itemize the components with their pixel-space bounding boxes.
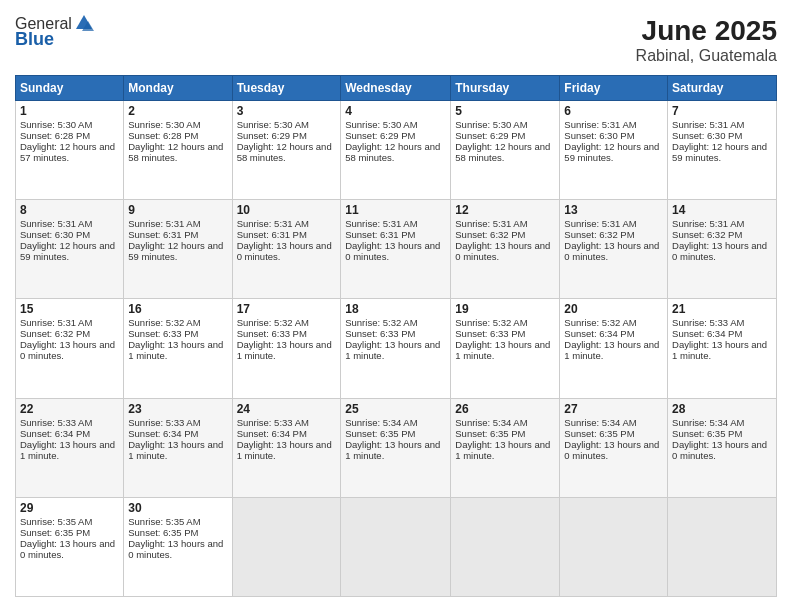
cell-info: Sunrise: 5:32 AMSunset: 6:33 PMDaylight:… xyxy=(237,317,332,361)
day-number: 14 xyxy=(672,203,772,217)
calendar-cell: 5Sunrise: 5:30 AMSunset: 6:29 PMDaylight… xyxy=(451,101,560,200)
calendar-cell: 24Sunrise: 5:33 AMSunset: 6:34 PMDayligh… xyxy=(232,398,341,497)
header-monday: Monday xyxy=(124,76,232,101)
day-number: 16 xyxy=(128,302,227,316)
calendar-cell xyxy=(668,497,777,596)
day-number: 7 xyxy=(672,104,772,118)
cell-info: Sunrise: 5:31 AMSunset: 6:32 PMDaylight:… xyxy=(20,317,115,361)
header-wednesday: Wednesday xyxy=(341,76,451,101)
calendar-cell: 22Sunrise: 5:33 AMSunset: 6:34 PMDayligh… xyxy=(16,398,124,497)
cell-info: Sunrise: 5:32 AMSunset: 6:33 PMDaylight:… xyxy=(345,317,440,361)
day-number: 27 xyxy=(564,402,663,416)
week-row-4: 22Sunrise: 5:33 AMSunset: 6:34 PMDayligh… xyxy=(16,398,777,497)
calendar-cell: 1Sunrise: 5:30 AMSunset: 6:28 PMDaylight… xyxy=(16,101,124,200)
header-saturday: Saturday xyxy=(668,76,777,101)
header-thursday: Thursday xyxy=(451,76,560,101)
cell-info: Sunrise: 5:31 AMSunset: 6:31 PMDaylight:… xyxy=(345,218,440,262)
logo-icon xyxy=(74,13,94,33)
cell-info: Sunrise: 5:32 AMSunset: 6:33 PMDaylight:… xyxy=(455,317,550,361)
day-number: 13 xyxy=(564,203,663,217)
calendar-cell xyxy=(560,497,668,596)
cell-info: Sunrise: 5:31 AMSunset: 6:31 PMDaylight:… xyxy=(237,218,332,262)
calendar-cell: 28Sunrise: 5:34 AMSunset: 6:35 PMDayligh… xyxy=(668,398,777,497)
day-number: 24 xyxy=(237,402,337,416)
cell-info: Sunrise: 5:32 AMSunset: 6:33 PMDaylight:… xyxy=(128,317,223,361)
cell-info: Sunrise: 5:31 AMSunset: 6:30 PMDaylight:… xyxy=(672,119,767,163)
cell-info: Sunrise: 5:33 AMSunset: 6:34 PMDaylight:… xyxy=(128,417,223,461)
page: General Blue June 2025 Rabinal, Guatemal… xyxy=(0,0,792,612)
day-number: 19 xyxy=(455,302,555,316)
calendar-cell: 27Sunrise: 5:34 AMSunset: 6:35 PMDayligh… xyxy=(560,398,668,497)
day-number: 8 xyxy=(20,203,119,217)
week-row-1: 1Sunrise: 5:30 AMSunset: 6:28 PMDaylight… xyxy=(16,101,777,200)
calendar-subtitle: Rabinal, Guatemala xyxy=(636,47,777,65)
day-number: 29 xyxy=(20,501,119,515)
calendar-cell: 19Sunrise: 5:32 AMSunset: 6:33 PMDayligh… xyxy=(451,299,560,398)
cell-info: Sunrise: 5:30 AMSunset: 6:29 PMDaylight:… xyxy=(345,119,440,163)
calendar-cell: 3Sunrise: 5:30 AMSunset: 6:29 PMDaylight… xyxy=(232,101,341,200)
calendar-cell: 29Sunrise: 5:35 AMSunset: 6:35 PMDayligh… xyxy=(16,497,124,596)
day-number: 18 xyxy=(345,302,446,316)
calendar-header-row: Sunday Monday Tuesday Wednesday Thursday… xyxy=(16,76,777,101)
week-row-3: 15Sunrise: 5:31 AMSunset: 6:32 PMDayligh… xyxy=(16,299,777,398)
calendar-cell: 4Sunrise: 5:30 AMSunset: 6:29 PMDaylight… xyxy=(341,101,451,200)
day-number: 22 xyxy=(20,402,119,416)
calendar-title: June 2025 xyxy=(636,15,777,47)
calendar-cell: 2Sunrise: 5:30 AMSunset: 6:28 PMDaylight… xyxy=(124,101,232,200)
cell-info: Sunrise: 5:33 AMSunset: 6:34 PMDaylight:… xyxy=(237,417,332,461)
calendar-cell: 10Sunrise: 5:31 AMSunset: 6:31 PMDayligh… xyxy=(232,200,341,299)
cell-info: Sunrise: 5:30 AMSunset: 6:29 PMDaylight:… xyxy=(237,119,332,163)
calendar-cell: 15Sunrise: 5:31 AMSunset: 6:32 PMDayligh… xyxy=(16,299,124,398)
header: General Blue June 2025 Rabinal, Guatemal… xyxy=(15,15,777,65)
day-number: 28 xyxy=(672,402,772,416)
day-number: 5 xyxy=(455,104,555,118)
cell-info: Sunrise: 5:34 AMSunset: 6:35 PMDaylight:… xyxy=(345,417,440,461)
calendar-cell: 7Sunrise: 5:31 AMSunset: 6:30 PMDaylight… xyxy=(668,101,777,200)
calendar-cell: 14Sunrise: 5:31 AMSunset: 6:32 PMDayligh… xyxy=(668,200,777,299)
day-number: 2 xyxy=(128,104,227,118)
logo: General Blue xyxy=(15,15,94,50)
week-row-2: 8Sunrise: 5:31 AMSunset: 6:30 PMDaylight… xyxy=(16,200,777,299)
calendar-cell: 20Sunrise: 5:32 AMSunset: 6:34 PMDayligh… xyxy=(560,299,668,398)
week-row-5: 29Sunrise: 5:35 AMSunset: 6:35 PMDayligh… xyxy=(16,497,777,596)
calendar-cell: 26Sunrise: 5:34 AMSunset: 6:35 PMDayligh… xyxy=(451,398,560,497)
day-number: 17 xyxy=(237,302,337,316)
day-number: 15 xyxy=(20,302,119,316)
title-block: June 2025 Rabinal, Guatemala xyxy=(636,15,777,65)
cell-info: Sunrise: 5:35 AMSunset: 6:35 PMDaylight:… xyxy=(128,516,223,560)
calendar-cell: 16Sunrise: 5:32 AMSunset: 6:33 PMDayligh… xyxy=(124,299,232,398)
calendar-cell xyxy=(451,497,560,596)
calendar-cell: 25Sunrise: 5:34 AMSunset: 6:35 PMDayligh… xyxy=(341,398,451,497)
day-number: 11 xyxy=(345,203,446,217)
day-number: 30 xyxy=(128,501,227,515)
cell-info: Sunrise: 5:30 AMSunset: 6:28 PMDaylight:… xyxy=(128,119,223,163)
cell-info: Sunrise: 5:34 AMSunset: 6:35 PMDaylight:… xyxy=(672,417,767,461)
cell-info: Sunrise: 5:31 AMSunset: 6:32 PMDaylight:… xyxy=(564,218,659,262)
day-number: 23 xyxy=(128,402,227,416)
day-number: 1 xyxy=(20,104,119,118)
cell-info: Sunrise: 5:34 AMSunset: 6:35 PMDaylight:… xyxy=(564,417,659,461)
day-number: 25 xyxy=(345,402,446,416)
day-number: 12 xyxy=(455,203,555,217)
calendar-cell: 13Sunrise: 5:31 AMSunset: 6:32 PMDayligh… xyxy=(560,200,668,299)
calendar-cell xyxy=(232,497,341,596)
calendar-cell: 12Sunrise: 5:31 AMSunset: 6:32 PMDayligh… xyxy=(451,200,560,299)
day-number: 3 xyxy=(237,104,337,118)
calendar-cell: 30Sunrise: 5:35 AMSunset: 6:35 PMDayligh… xyxy=(124,497,232,596)
day-number: 20 xyxy=(564,302,663,316)
calendar-cell: 18Sunrise: 5:32 AMSunset: 6:33 PMDayligh… xyxy=(341,299,451,398)
cell-info: Sunrise: 5:34 AMSunset: 6:35 PMDaylight:… xyxy=(455,417,550,461)
day-number: 26 xyxy=(455,402,555,416)
calendar-table: Sunday Monday Tuesday Wednesday Thursday… xyxy=(15,75,777,597)
calendar-cell: 17Sunrise: 5:32 AMSunset: 6:33 PMDayligh… xyxy=(232,299,341,398)
day-number: 21 xyxy=(672,302,772,316)
calendar-cell: 23Sunrise: 5:33 AMSunset: 6:34 PMDayligh… xyxy=(124,398,232,497)
day-number: 9 xyxy=(128,203,227,217)
cell-info: Sunrise: 5:33 AMSunset: 6:34 PMDaylight:… xyxy=(20,417,115,461)
cell-info: Sunrise: 5:31 AMSunset: 6:30 PMDaylight:… xyxy=(20,218,115,262)
cell-info: Sunrise: 5:31 AMSunset: 6:32 PMDaylight:… xyxy=(455,218,550,262)
cell-info: Sunrise: 5:31 AMSunset: 6:31 PMDaylight:… xyxy=(128,218,223,262)
calendar-cell: 8Sunrise: 5:31 AMSunset: 6:30 PMDaylight… xyxy=(16,200,124,299)
cell-info: Sunrise: 5:35 AMSunset: 6:35 PMDaylight:… xyxy=(20,516,115,560)
cell-info: Sunrise: 5:31 AMSunset: 6:30 PMDaylight:… xyxy=(564,119,659,163)
